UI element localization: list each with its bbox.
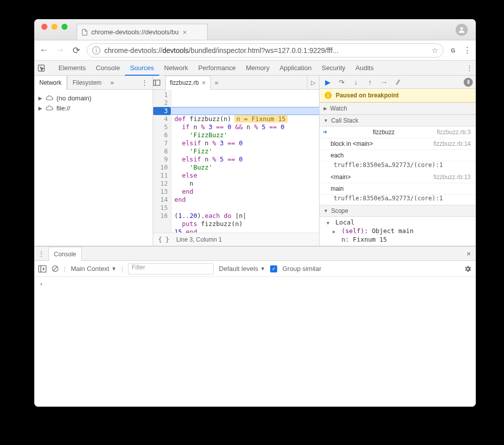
callstack-frame[interactable]: block in <main>fizzbuzz.rb:14: [320, 138, 476, 150]
drawer-menu-icon[interactable]: ⋮: [34, 250, 48, 257]
editor-statusbar: { } Line 3, Column 1: [153, 233, 319, 246]
context-selector[interactable]: Main Context ▼: [71, 265, 116, 272]
callstack-frame[interactable]: <main>fizzbuzz.rb:13: [320, 172, 476, 183]
close-tab-icon[interactable]: ×: [181, 28, 187, 36]
show-console-sidebar-icon[interactable]: [38, 265, 46, 272]
tree-item[interactable]: ▶ (no domain): [38, 93, 149, 103]
scope-section[interactable]: ▼ Scope: [320, 205, 476, 217]
callstack-frame-location: truffle:8350e5a…92773/(core):1: [320, 195, 476, 205]
cursor-position: Line 3, Column 1: [176, 236, 222, 243]
debugger-toolbar: ▶ ↷ ↓ ↑ → ⁄⁄ Ⅱ: [320, 76, 476, 89]
console-drawer: ⋮ Console × | Main Context ▼ | Filter De…: [34, 246, 476, 407]
line-gutter[interactable]: 12345678910111213141516: [153, 90, 171, 233]
editor-column: fizzbuzz.rb × » ▷ 1234567891011121314151…: [153, 76, 320, 246]
devtools-menu-icon[interactable]: ⋮: [466, 64, 473, 72]
devtools-tab-security[interactable]: Security: [317, 61, 350, 76]
drawer-tab-console[interactable]: Console: [48, 247, 82, 261]
scope-variable[interactable]: ▶ (self): Object main: [327, 227, 471, 235]
tree-label: file://: [56, 104, 70, 112]
navigator-more-icon[interactable]: »: [106, 79, 118, 86]
site-info-icon[interactable]: i: [92, 46, 100, 54]
reload-button[interactable]: ⟳: [71, 45, 82, 56]
scope-body: ▼ Local ▶ (self): Object main n: Fixnum …: [320, 217, 476, 246]
callstack-section[interactable]: ▼ Call Stack: [320, 115, 476, 127]
navigator-tab-filesystem[interactable]: Filesystem: [67, 76, 106, 90]
chevron-right-icon: ▶: [38, 95, 42, 101]
chevron-right-icon: ▶: [324, 106, 327, 111]
step-icon[interactable]: →: [379, 78, 389, 86]
close-icon[interactable]: ×: [202, 79, 206, 87]
file-tab[interactable]: fizzbuzz.rb ×: [165, 76, 211, 90]
execution-highlight: [171, 107, 319, 115]
callstack-frame[interactable]: main: [320, 183, 476, 195]
svg-point-0: [460, 27, 463, 29]
devtools-tab-application[interactable]: Application: [275, 61, 317, 76]
deactivate-breakpoints-icon[interactable]: ⁄⁄: [393, 78, 403, 86]
devtools-tab-elements[interactable]: Elements: [53, 61, 91, 76]
console-body[interactable]: [34, 277, 476, 407]
console-toolbar: | Main Context ▼ | Filter Default levels…: [34, 261, 476, 277]
forward-button[interactable]: →: [54, 45, 66, 55]
run-snippet-icon[interactable]: ▷: [307, 76, 319, 90]
step-into-icon[interactable]: ↓: [351, 78, 361, 86]
devtools-tab-network[interactable]: Network: [159, 61, 194, 76]
close-drawer-icon[interactable]: ×: [462, 249, 476, 258]
devtools-tabstrip: ElementsConsoleSourcesNetworkPerformance…: [34, 61, 476, 76]
log-levels-selector[interactable]: Default levels ▼: [219, 265, 265, 272]
extension-icon[interactable]: G: [449, 46, 458, 55]
window-controls: [34, 24, 74, 36]
toggle-navigator-icon[interactable]: [153, 80, 165, 86]
code-editor[interactable]: 12345678910111213141516 def fizzbuzz(n)n…: [153, 90, 319, 233]
zoom-window-button[interactable]: [61, 24, 68, 30]
navigator-menu-icon[interactable]: ⋮: [137, 79, 153, 86]
step-out-icon[interactable]: ↑: [365, 78, 375, 86]
inspect-element-icon[interactable]: [37, 64, 49, 72]
back-button[interactable]: ←: [38, 45, 49, 55]
console-prompt[interactable]: [39, 280, 471, 288]
sources-panel: Network Filesystem » ⋮ ▶ (no domain) ▶ f…: [34, 76, 476, 246]
navigator-tabs: Network Filesystem » ⋮: [34, 76, 153, 90]
callstack-frame-location: truffle:8350e5a…92773/(core):1: [320, 161, 476, 172]
callstack-frame[interactable]: each: [320, 150, 476, 161]
address-bar[interactable]: i chrome-devtools://devtools/bundled/ins…: [87, 43, 444, 58]
browser-tab[interactable]: chrome-devtools://devtools/bu ×: [77, 24, 208, 40]
nav-toolbar: ← → ⟳ i chrome-devtools://devtools/bundl…: [34, 40, 476, 61]
step-over-icon[interactable]: ↷: [337, 78, 347, 86]
profile-icon[interactable]: [456, 24, 468, 36]
bookmark-icon[interactable]: ☆: [431, 46, 438, 55]
code-body[interactable]: def fizzbuzz(n)n = Fixnum 15 if n % 3 ==…: [171, 90, 319, 233]
tab-title: chrome-devtools://devtools/bu: [91, 28, 178, 36]
editor-tabs: fizzbuzz.rb × » ▷: [153, 76, 319, 90]
close-window-button[interactable]: [41, 24, 47, 30]
pretty-print-icon[interactable]: { }: [158, 236, 169, 243]
tree-item[interactable]: ▶ file://: [38, 103, 149, 113]
pause-indicator-icon[interactable]: Ⅱ: [464, 78, 473, 87]
devtools-tab-audits[interactable]: Audits: [350, 61, 379, 76]
clear-console-icon[interactable]: [51, 265, 59, 272]
watch-section[interactable]: ▶ Watch: [320, 102, 476, 115]
file-tab-label: fizzbuzz.rb: [170, 79, 199, 86]
titlebar: chrome-devtools://devtools/bu ×: [34, 19, 476, 40]
devtools-tab-performance[interactable]: Performance: [193, 61, 240, 76]
chrome-menu-icon[interactable]: ⋮: [463, 45, 472, 55]
navigator-tree: ▶ (no domain) ▶ file://: [34, 90, 153, 116]
paused-banner: i Paused on breakpoint: [320, 89, 476, 102]
devtools-tab-console[interactable]: Console: [91, 61, 125, 76]
sources-navigator: Network Filesystem » ⋮ ▶ (no domain) ▶ f…: [34, 76, 153, 246]
group-similar-checkbox[interactable]: ✓: [270, 265, 277, 272]
chevron-down-icon[interactable]: ▼: [327, 220, 332, 226]
svg-marker-6: [43, 267, 45, 270]
console-settings-icon[interactable]: [464, 265, 472, 273]
callstack-frame[interactable]: ➔fizzbuzzfizzbuzz.rb:3: [320, 127, 476, 138]
resume-icon[interactable]: ▶: [323, 78, 333, 86]
devtools-tab-memory[interactable]: Memory: [241, 61, 275, 76]
console-filter-input[interactable]: Filter: [128, 263, 214, 274]
minimize-window-button[interactable]: [51, 24, 57, 30]
more-tabs-icon[interactable]: »: [211, 79, 223, 86]
scope-variable[interactable]: n: Fixnum 15: [327, 235, 471, 244]
navigator-tab-network[interactable]: Network: [34, 76, 67, 90]
chevron-down-icon: ▼: [324, 208, 328, 213]
chevron-down-icon: ▼: [324, 118, 328, 123]
url-text: chrome-devtools://devtools/bundled/inspe…: [104, 46, 339, 54]
devtools-tab-sources[interactable]: Sources: [125, 61, 159, 76]
